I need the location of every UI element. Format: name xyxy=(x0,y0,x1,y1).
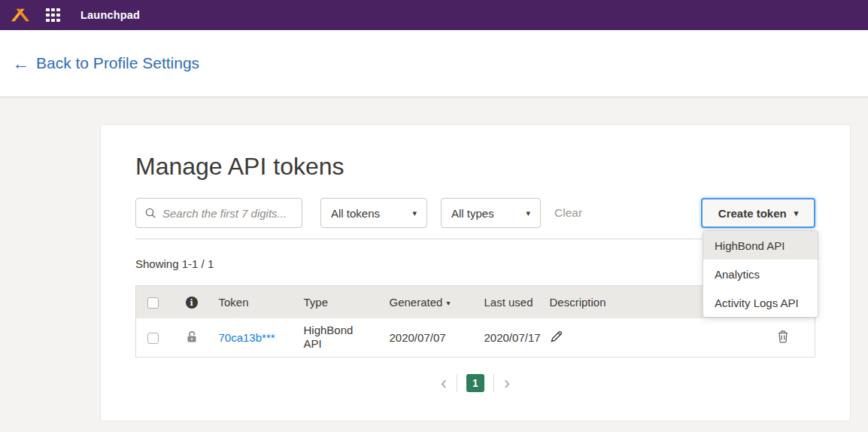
unlocked-icon xyxy=(185,330,199,343)
galvanize-logo xyxy=(11,7,30,23)
top-navigation-bar: Launchpad xyxy=(0,0,868,30)
pagination: ‹ 1 › xyxy=(135,373,815,394)
token-table-row: 70ca13b*** HighBond API 2020/07/07 2020/… xyxy=(136,318,815,357)
info-icon: i xyxy=(186,297,198,309)
menu-item-analytics[interactable]: Analytics xyxy=(703,260,818,288)
token-filter-select[interactable]: All tokens ▾ xyxy=(320,198,427,228)
create-token-menu: HighBond API Analytics Activity Logs API xyxy=(703,230,818,318)
row-checkbox[interactable] xyxy=(147,333,159,344)
column-header-token: Token xyxy=(213,286,298,318)
token-generated-cell: 2020/07/07 xyxy=(384,318,478,357)
app-name: Launchpad xyxy=(80,9,140,21)
menu-item-highbond-api[interactable]: HighBond API xyxy=(703,231,818,260)
token-last-used-cell: 2020/07/17 xyxy=(478,318,544,357)
clear-filters-link[interactable]: Clear xyxy=(554,206,582,220)
search-icon xyxy=(144,207,156,219)
column-header-generated[interactable]: Generated▾ xyxy=(384,286,478,318)
delete-token-icon[interactable] xyxy=(777,330,789,345)
subheader-bar: ← Back to Profile Settings xyxy=(0,30,868,96)
sort-desc-icon: ▾ xyxy=(446,299,450,307)
chevron-down-icon: ▾ xyxy=(794,209,799,218)
create-token-button[interactable]: Create token ▾ xyxy=(701,198,815,228)
back-to-profile-settings-link[interactable]: ← Back to Profile Settings xyxy=(12,54,199,72)
filter-row: All tokens ▾ All types ▾ Clear Create to… xyxy=(135,198,815,228)
type-filter-select[interactable]: All types ▾ xyxy=(441,198,541,228)
search-box xyxy=(135,198,302,228)
column-header-last-used: Last used xyxy=(478,286,544,318)
token-type-cell: HighBond API xyxy=(298,318,384,357)
chevron-down-icon: ▾ xyxy=(412,209,417,218)
back-link-label: Back to Profile Settings xyxy=(36,54,199,72)
create-token-dropdown: Create token ▾ HighBond API Analytics Ac… xyxy=(701,198,815,228)
prev-page-button[interactable]: ‹ xyxy=(431,375,457,391)
current-page-button[interactable]: 1 xyxy=(466,374,484,392)
next-page-button[interactable]: › xyxy=(494,375,520,391)
create-token-label: Create token xyxy=(718,207,787,220)
manage-tokens-card: Manage API tokens All tokens ▾ All types… xyxy=(100,124,851,421)
token-link[interactable]: 70ca13b*** xyxy=(219,331,275,344)
app-grid-icon[interactable] xyxy=(46,8,60,23)
page-title: Manage API tokens xyxy=(135,153,815,181)
token-filter-value: All tokens xyxy=(331,207,380,220)
chevron-down-icon: ▾ xyxy=(526,209,530,218)
select-all-checkbox[interactable] xyxy=(147,297,159,309)
pagination-divider xyxy=(457,374,457,392)
back-arrow-icon: ← xyxy=(12,55,29,72)
type-filter-value: All types xyxy=(451,207,494,220)
search-input[interactable] xyxy=(162,207,293,220)
menu-item-activity-logs-api[interactable]: Activity Logs API xyxy=(703,288,818,317)
column-header-type: Type xyxy=(298,286,384,318)
edit-description-icon[interactable] xyxy=(550,330,563,345)
